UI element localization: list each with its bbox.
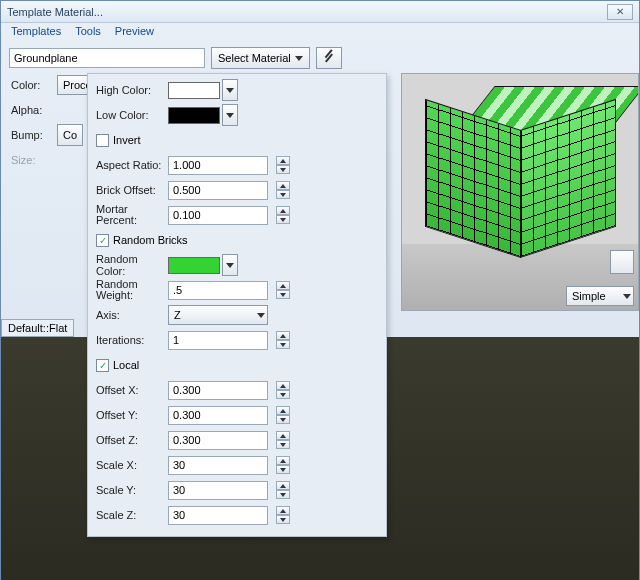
offset-y-spinner[interactable] <box>276 406 290 424</box>
axis-dropdown[interactable]: Z <box>168 305 268 325</box>
iterations-label: Iterations: <box>92 334 168 346</box>
local-label: Local <box>113 359 139 371</box>
chevron-down-icon <box>623 294 631 299</box>
menu-templates[interactable]: Templates <box>11 25 61 41</box>
invert-label: Invert <box>113 134 141 146</box>
invert-checkbox[interactable] <box>96 134 109 147</box>
offset-x-spinner[interactable] <box>276 381 290 399</box>
random-weight-label: Random Weight: <box>92 279 168 301</box>
menubar: Templates Tools Preview <box>1 23 639 43</box>
menu-preview[interactable]: Preview <box>115 25 154 41</box>
offset-x-label: Offset X: <box>92 384 168 396</box>
chevron-down-icon <box>295 56 303 61</box>
mortar-percent-spinner[interactable] <box>276 206 290 224</box>
chevron-down-icon <box>226 263 234 268</box>
material-name-row: Select Material <box>1 43 639 73</box>
color-label: Color: <box>9 79 57 91</box>
brick-offset-spinner[interactable] <box>276 181 290 199</box>
brick-offset-label: Brick Offset: <box>92 184 168 196</box>
preview-mode-dropdown[interactable]: Simple <box>566 286 634 306</box>
scale-y-label: Scale Y: <box>92 484 168 496</box>
high-color-menu[interactable] <box>222 79 238 101</box>
offset-y-label: Offset Y: <box>92 409 168 421</box>
scale-x-input[interactable] <box>168 456 268 475</box>
content-area: Color: Procedural mBrick Texture Alpha: … <box>1 73 639 311</box>
view-gizmo-button[interactable] <box>610 250 634 274</box>
material-editor-window: Template Material... ✕ Templates Tools P… <box>0 0 640 580</box>
alpha-label: Alpha: <box>9 104 57 116</box>
material-preview[interactable]: Simple <box>401 73 639 311</box>
random-bricks-checkbox[interactable] <box>96 234 109 247</box>
low-color-menu[interactable] <box>222 104 238 126</box>
random-color-menu[interactable] <box>222 254 238 276</box>
offset-z-input[interactable] <box>168 431 268 450</box>
procedural-panel: High Color: Low Color: Invert Aspect Rat… <box>87 73 387 537</box>
mortar-percent-input[interactable] <box>168 206 268 225</box>
eyedropper-icon <box>324 51 334 65</box>
right-column: Simple <box>401 73 639 311</box>
brick-offset-input[interactable] <box>168 181 268 200</box>
menu-tools[interactable]: Tools <box>75 25 101 41</box>
low-color-swatch[interactable] <box>168 107 220 124</box>
select-material-label: Select Material <box>218 52 291 64</box>
high-color-swatch[interactable] <box>168 82 220 99</box>
iterations-spinner[interactable] <box>276 331 290 349</box>
offset-z-label: Offset Z: <box>92 434 168 446</box>
eyedropper-button[interactable] <box>316 47 342 69</box>
random-weight-spinner[interactable] <box>276 281 290 299</box>
random-weight-input[interactable] <box>168 281 268 300</box>
mortar-percent-label: Mortar Percent: <box>92 204 168 226</box>
bump-label: Bump: <box>9 129 57 141</box>
iterations-input[interactable] <box>168 331 268 350</box>
scale-z-spinner[interactable] <box>276 506 290 524</box>
size-label: Size: <box>9 154 57 166</box>
chevron-down-icon <box>226 113 234 118</box>
offset-z-spinner[interactable] <box>276 431 290 449</box>
window-title: Template Material... <box>7 6 103 18</box>
material-name-input[interactable] <box>9 48 205 68</box>
offset-y-input[interactable] <box>168 406 268 425</box>
scale-x-label: Scale X: <box>92 459 168 471</box>
axis-label: Axis: <box>92 309 168 321</box>
left-column: Color: Procedural mBrick Texture Alpha: … <box>9 73 381 311</box>
preview-cube <box>424 86 614 276</box>
random-color-label: Random Color: <box>92 253 168 277</box>
bump-button[interactable]: Co <box>57 124 83 146</box>
chevron-down-icon <box>226 88 234 93</box>
scale-y-input[interactable] <box>168 481 268 500</box>
chevron-down-icon <box>257 313 265 318</box>
default-material-label[interactable]: Default::Flat <box>1 319 74 337</box>
titlebar[interactable]: Template Material... ✕ <box>1 1 639 23</box>
high-color-label: High Color: <box>92 84 168 96</box>
aspect-ratio-spinner[interactable] <box>276 156 290 174</box>
random-bricks-label: Random Bricks <box>113 234 188 246</box>
select-material-button[interactable]: Select Material <box>211 47 310 69</box>
scale-z-label: Scale Z: <box>92 509 168 521</box>
scale-x-spinner[interactable] <box>276 456 290 474</box>
scale-y-spinner[interactable] <box>276 481 290 499</box>
local-checkbox[interactable] <box>96 359 109 372</box>
offset-x-input[interactable] <box>168 381 268 400</box>
close-icon[interactable]: ✕ <box>607 4 633 20</box>
aspect-ratio-label: Aspect Ratio: <box>92 159 168 171</box>
low-color-label: Low Color: <box>92 109 168 121</box>
random-color-swatch[interactable] <box>168 257 220 274</box>
scale-z-input[interactable] <box>168 506 268 525</box>
aspect-ratio-input[interactable] <box>168 156 268 175</box>
